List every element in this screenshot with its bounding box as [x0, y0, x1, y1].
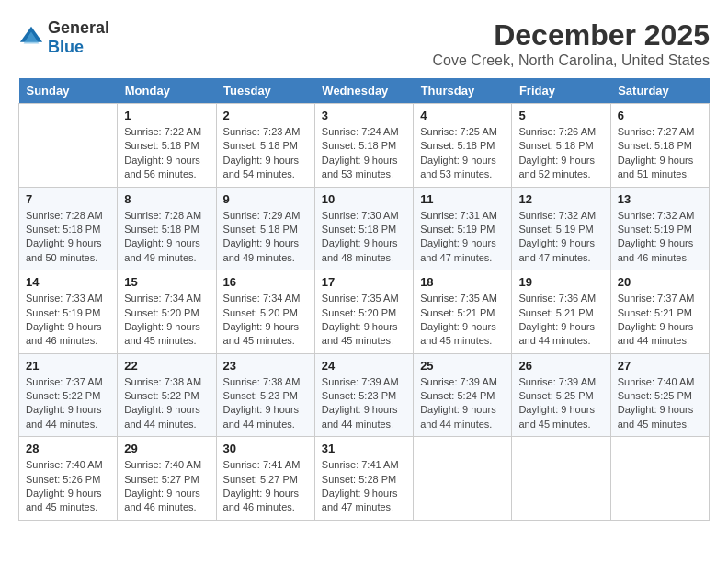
day-detail: Sunrise: 7:31 AM Sunset: 5:19 PM Dayligh… [420, 209, 505, 266]
day-detail: Sunrise: 7:28 AM Sunset: 5:18 PM Dayligh… [124, 209, 209, 266]
day-detail: Sunrise: 7:40 AM Sunset: 5:27 PM Dayligh… [124, 458, 209, 515]
day-number: 2 [223, 109, 308, 122]
day-detail: Sunrise: 7:24 AM Sunset: 5:18 PM Dayligh… [322, 125, 406, 182]
day-number: 29 [124, 442, 209, 455]
cell-w2-d3: 9Sunrise: 7:29 AM Sunset: 5:18 PM Daylig… [216, 187, 314, 270]
header-thursday: Thursday [414, 78, 512, 104]
day-number: 12 [518, 192, 603, 206]
header: General Blue December 2025 Cove Creek, N… [18, 18, 710, 69]
cell-w5-d4: 31Sunrise: 7:41 AM Sunset: 5:28 PM Dayli… [314, 437, 413, 521]
title-area: December 2025 Cove Creek, North Carolina… [433, 18, 710, 69]
day-detail: Sunrise: 7:39 AM Sunset: 5:23 PM Dayligh… [322, 375, 406, 432]
day-number: 18 [420, 275, 505, 289]
day-number: 20 [618, 275, 702, 289]
day-detail: Sunrise: 7:38 AM Sunset: 5:23 PM Dayligh… [223, 375, 308, 432]
day-number: 10 [322, 192, 406, 206]
day-number: 19 [518, 275, 603, 289]
day-detail: Sunrise: 7:23 AM Sunset: 5:18 PM Dayligh… [223, 125, 308, 182]
day-detail: Sunrise: 7:40 AM Sunset: 5:25 PM Dayligh… [618, 375, 702, 432]
day-number: 24 [322, 359, 406, 373]
calendar-table: SundayMondayTuesdayWednesdayThursdayFrid… [18, 78, 710, 521]
cell-w4-d6: 26Sunrise: 7:39 AM Sunset: 5:25 PM Dayli… [512, 353, 610, 437]
day-detail: Sunrise: 7:33 AM Sunset: 5:19 PM Dayligh… [26, 292, 110, 349]
logo-general: General [48, 18, 109, 37]
cell-w4-d3: 23Sunrise: 7:38 AM Sunset: 5:23 PM Dayli… [216, 353, 314, 437]
cell-w2-d4: 10Sunrise: 7:30 AM Sunset: 5:18 PM Dayli… [314, 187, 413, 270]
cell-w5-d6 [512, 437, 610, 521]
cell-w1-d5: 4Sunrise: 7:25 AM Sunset: 5:18 PM Daylig… [414, 104, 512, 188]
header-friday: Friday [512, 78, 610, 104]
day-detail: Sunrise: 7:35 AM Sunset: 5:21 PM Dayligh… [420, 292, 505, 349]
day-number: 26 [518, 359, 603, 373]
cell-w3-d5: 18Sunrise: 7:35 AM Sunset: 5:21 PM Dayli… [414, 270, 512, 354]
day-number: 7 [26, 192, 110, 206]
day-number: 11 [420, 192, 505, 206]
cell-w4-d5: 25Sunrise: 7:39 AM Sunset: 5:24 PM Dayli… [414, 353, 512, 437]
day-number: 13 [618, 192, 702, 206]
cell-w2-d6: 12Sunrise: 7:32 AM Sunset: 5:19 PM Dayli… [512, 187, 610, 270]
weekday-header-row: SundayMondayTuesdayWednesdayThursdayFrid… [19, 78, 710, 104]
day-detail: Sunrise: 7:32 AM Sunset: 5:19 PM Dayligh… [518, 209, 603, 266]
week-row-4: 21Sunrise: 7:37 AM Sunset: 5:22 PM Dayli… [19, 353, 710, 437]
day-detail: Sunrise: 7:29 AM Sunset: 5:18 PM Dayligh… [223, 209, 308, 266]
cell-w3-d2: 15Sunrise: 7:34 AM Sunset: 5:20 PM Dayli… [118, 270, 216, 354]
cell-w1-d6: 5Sunrise: 7:26 AM Sunset: 5:18 PM Daylig… [512, 104, 610, 188]
day-number: 25 [420, 359, 505, 373]
week-row-1: 1Sunrise: 7:22 AM Sunset: 5:18 PM Daylig… [19, 104, 710, 188]
day-detail: Sunrise: 7:41 AM Sunset: 5:27 PM Dayligh… [223, 458, 308, 515]
header-wednesday: Wednesday [314, 78, 413, 104]
day-detail: Sunrise: 7:39 AM Sunset: 5:24 PM Dayligh… [420, 375, 505, 432]
week-row-5: 28Sunrise: 7:40 AM Sunset: 5:26 PM Dayli… [19, 437, 710, 521]
day-number: 9 [223, 192, 308, 206]
header-monday: Monday [118, 78, 216, 104]
day-number: 30 [223, 442, 308, 455]
day-number: 3 [322, 109, 406, 122]
cell-w3-d1: 14Sunrise: 7:33 AM Sunset: 5:19 PM Dayli… [19, 270, 118, 354]
cell-w1-d2: 1Sunrise: 7:22 AM Sunset: 5:18 PM Daylig… [118, 104, 216, 188]
day-detail: Sunrise: 7:37 AM Sunset: 5:22 PM Dayligh… [26, 375, 110, 432]
logo-icon [18, 25, 44, 51]
day-number: 5 [518, 109, 603, 122]
day-detail: Sunrise: 7:35 AM Sunset: 5:20 PM Dayligh… [322, 292, 406, 349]
day-number: 21 [26, 359, 110, 373]
day-detail: Sunrise: 7:38 AM Sunset: 5:22 PM Dayligh… [124, 375, 209, 432]
cell-w1-d1 [19, 104, 118, 188]
cell-w3-d6: 19Sunrise: 7:36 AM Sunset: 5:21 PM Dayli… [512, 270, 610, 354]
day-number: 8 [124, 192, 209, 206]
day-number: 23 [223, 359, 308, 373]
subtitle: Cove Creek, North Carolina, United State… [433, 52, 710, 69]
cell-w1-d7: 6Sunrise: 7:27 AM Sunset: 5:18 PM Daylig… [610, 104, 709, 188]
day-detail: Sunrise: 7:36 AM Sunset: 5:21 PM Dayligh… [518, 292, 603, 349]
week-row-3: 14Sunrise: 7:33 AM Sunset: 5:19 PM Dayli… [19, 270, 710, 354]
cell-w1-d4: 3Sunrise: 7:24 AM Sunset: 5:18 PM Daylig… [314, 104, 413, 188]
cell-w4-d2: 22Sunrise: 7:38 AM Sunset: 5:22 PM Dayli… [118, 353, 216, 437]
logo-text: General Blue [48, 18, 109, 57]
cell-w3-d7: 20Sunrise: 7:37 AM Sunset: 5:21 PM Dayli… [610, 270, 709, 354]
cell-w4-d1: 21Sunrise: 7:37 AM Sunset: 5:22 PM Dayli… [19, 353, 118, 437]
header-saturday: Saturday [610, 78, 709, 104]
cell-w5-d2: 29Sunrise: 7:40 AM Sunset: 5:27 PM Dayli… [118, 437, 216, 521]
day-number: 6 [618, 109, 702, 122]
cell-w2-d7: 13Sunrise: 7:32 AM Sunset: 5:19 PM Dayli… [610, 187, 709, 270]
day-number: 17 [322, 275, 406, 289]
cell-w5-d5 [414, 437, 512, 521]
day-detail: Sunrise: 7:34 AM Sunset: 5:20 PM Dayligh… [124, 292, 209, 349]
day-detail: Sunrise: 7:26 AM Sunset: 5:18 PM Dayligh… [518, 125, 603, 182]
day-number: 4 [420, 109, 505, 122]
cell-w2-d1: 7Sunrise: 7:28 AM Sunset: 5:18 PM Daylig… [19, 187, 118, 270]
day-detail: Sunrise: 7:32 AM Sunset: 5:19 PM Dayligh… [618, 209, 702, 266]
day-detail: Sunrise: 7:22 AM Sunset: 5:18 PM Dayligh… [124, 125, 209, 182]
day-number: 1 [124, 109, 209, 122]
cell-w5-d1: 28Sunrise: 7:40 AM Sunset: 5:26 PM Dayli… [19, 437, 118, 521]
main-title: December 2025 [433, 18, 710, 52]
day-number: 14 [26, 275, 110, 289]
logo: General Blue [18, 18, 109, 57]
day-detail: Sunrise: 7:25 AM Sunset: 5:18 PM Dayligh… [420, 125, 505, 182]
cell-w2-d5: 11Sunrise: 7:31 AM Sunset: 5:19 PM Dayli… [414, 187, 512, 270]
day-detail: Sunrise: 7:41 AM Sunset: 5:28 PM Dayligh… [322, 458, 406, 515]
cell-w3-d3: 16Sunrise: 7:34 AM Sunset: 5:20 PM Dayli… [216, 270, 314, 354]
day-number: 16 [223, 275, 308, 289]
cell-w2-d2: 8Sunrise: 7:28 AM Sunset: 5:18 PM Daylig… [118, 187, 216, 270]
day-detail: Sunrise: 7:37 AM Sunset: 5:21 PM Dayligh… [618, 292, 702, 349]
day-detail: Sunrise: 7:34 AM Sunset: 5:20 PM Dayligh… [223, 292, 308, 349]
